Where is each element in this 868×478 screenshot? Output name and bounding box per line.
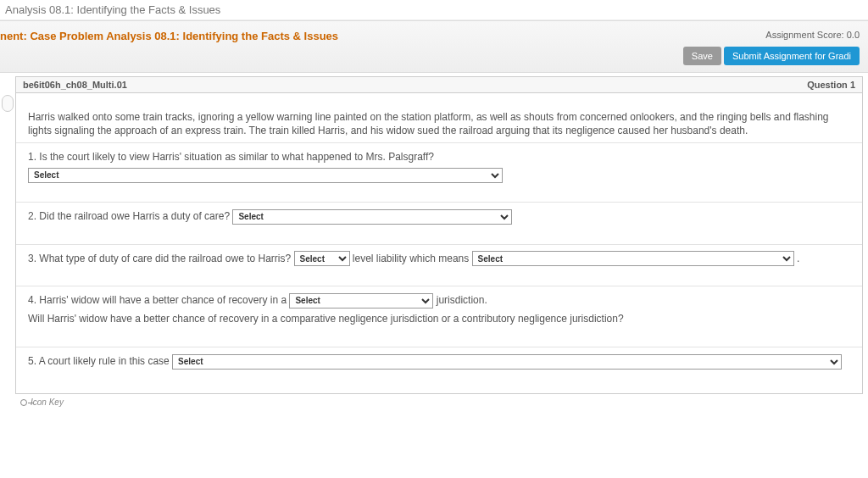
key-icon bbox=[20, 399, 27, 406]
question-3-select-b[interactable]: Select bbox=[472, 251, 794, 266]
breadcrumb: Analysis 08.1: Identifying the Facts & I… bbox=[0, 0, 868, 20]
question-3-mid: level liability which means bbox=[353, 253, 472, 264]
icon-key-label: Icon Key bbox=[31, 397, 64, 407]
question-3-post: . bbox=[797, 253, 799, 264]
submit-button[interactable]: Submit Assignment for Gradi bbox=[724, 47, 860, 65]
question-3-pre: 3. What type of duty of care did the rai… bbox=[28, 253, 294, 264]
prev-question-knob[interactable] bbox=[2, 95, 14, 112]
question-id: be6it06h_ch08_Multi.01 bbox=[23, 80, 127, 90]
question-body: Harris walked onto some train tracks, ig… bbox=[15, 92, 863, 394]
assignment-bar: nent: Case Problem Analysis 08.1: Identi… bbox=[0, 20, 868, 73]
question-header: be6it06h_ch08_Multi.01 Question 1 bbox=[15, 76, 863, 92]
question-number: Question 1 bbox=[807, 80, 855, 90]
question-1-row: 1. Is the court likely to view Harris' s… bbox=[16, 142, 862, 202]
question-4-subtext: Will Harris' widow have a better chance … bbox=[28, 310, 850, 327]
question-2-row: 2. Did the railroad owe Harris a duty of… bbox=[16, 202, 862, 243]
assignment-right-panel: Assignment Score: 0.0 Save Submit Assign… bbox=[683, 30, 860, 65]
question-3-select-a[interactable]: Select bbox=[294, 251, 350, 266]
question-4-pre: 4. Harris' widow will have a better chan… bbox=[28, 294, 289, 306]
question-container: be6it06h_ch08_Multi.01 Question 1 Harris… bbox=[0, 73, 868, 410]
scenario-text: Harris walked onto some train tracks, ig… bbox=[16, 95, 862, 142]
question-5-text: 5. A court likely rule in this case bbox=[28, 355, 172, 367]
question-4-post: jurisdiction. bbox=[437, 294, 487, 306]
question-4-select[interactable]: Select bbox=[289, 293, 433, 308]
question-5-select[interactable]: Select bbox=[172, 354, 842, 370]
question-5-row: 5. A court likely rule in this case Sele… bbox=[16, 347, 862, 388]
question-1-select[interactable]: Select bbox=[28, 168, 503, 183]
question-2-select[interactable]: Select bbox=[232, 209, 512, 225]
assignment-title: nent: Case Problem Analysis 08.1: Identi… bbox=[0, 30, 338, 42]
question-4-row: 4. Harris' widow will have a better chan… bbox=[16, 286, 862, 347]
question-3-row: 3. What type of duty of care did the rai… bbox=[16, 244, 862, 286]
icon-key-row[interactable]: Icon Key bbox=[15, 394, 863, 410]
question-1-text: 1. Is the court likely to view Harris' s… bbox=[28, 151, 434, 163]
assignment-score: Assignment Score: 0.0 bbox=[683, 30, 860, 40]
question-2-text: 2. Did the railroad owe Harris a duty of… bbox=[28, 210, 232, 222]
save-button[interactable]: Save bbox=[683, 47, 721, 65]
